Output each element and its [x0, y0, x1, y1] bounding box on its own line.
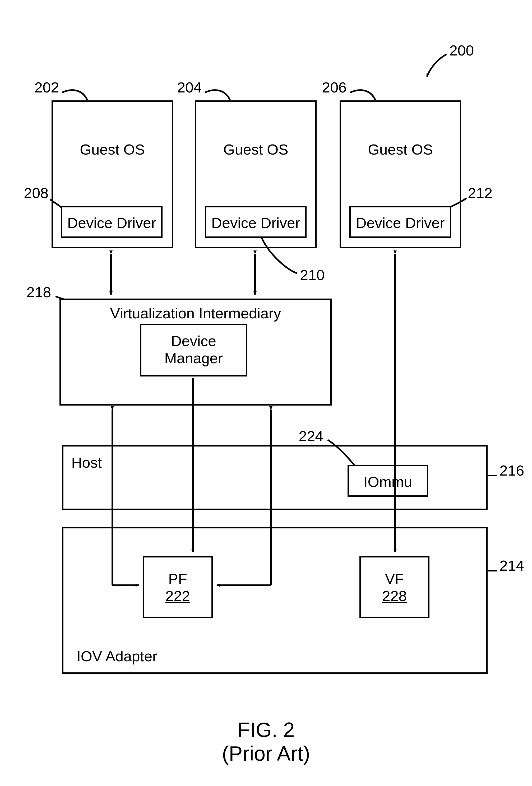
device-driver-1-box: Device Driver: [61, 206, 163, 238]
ref-204: 204: [177, 79, 202, 96]
ref-224: 224: [299, 428, 323, 444]
ref-216: 216: [500, 462, 524, 479]
guest-os-1-label: Guest OS: [53, 141, 172, 158]
vf-box: VF 228: [360, 556, 430, 618]
ref-200: 200: [449, 42, 474, 59]
vf-num: 228: [361, 588, 428, 604]
lead-202: [62, 90, 87, 100]
figure-number: FIG. 2: [0, 719, 532, 741]
iommu-label: IOmmu: [349, 474, 427, 490]
pf-label: PF: [144, 571, 211, 587]
ref-208: 208: [24, 185, 48, 201]
device-driver-3-label: Device Driver: [351, 215, 450, 231]
device-manager-box: Device Manager: [140, 324, 247, 376]
ref-218: 218: [26, 284, 51, 300]
device-manager-line1: Device: [141, 333, 246, 349]
vf-label: VF: [361, 571, 428, 587]
virtualization-intermediary-title: Virtualization Intermediary: [61, 305, 330, 322]
guest-os-2-label: Guest OS: [196, 141, 315, 158]
lead-204: [205, 90, 230, 100]
iov-adapter-label: IOV Adapter: [77, 648, 157, 665]
device-driver-3-box: Device Driver: [349, 206, 451, 238]
ref-212: 212: [468, 185, 492, 201]
device-driver-1-label: Device Driver: [62, 215, 161, 231]
lead-200: [427, 54, 447, 77]
pf-box: PF 222: [143, 556, 213, 618]
figure-subtitle: (Prior Art): [0, 742, 532, 765]
device-driver-2-box: Device Driver: [205, 206, 306, 238]
ref-214: 214: [500, 557, 524, 574]
device-manager-line2: Manager: [141, 350, 246, 366]
diagram-canvas: Guest OS Guest OS Guest OS Device Driver…: [0, 0, 532, 786]
ref-210: 210: [300, 267, 325, 283]
iommu-box: IOmmu: [348, 465, 428, 497]
lead-206: [350, 90, 375, 100]
pf-num: 222: [144, 588, 211, 604]
ref-202: 202: [34, 79, 59, 96]
guest-os-3-label: Guest OS: [341, 141, 460, 158]
host-label: Host: [71, 455, 102, 471]
device-driver-2-label: Device Driver: [206, 215, 305, 231]
ref-206: 206: [322, 79, 346, 96]
